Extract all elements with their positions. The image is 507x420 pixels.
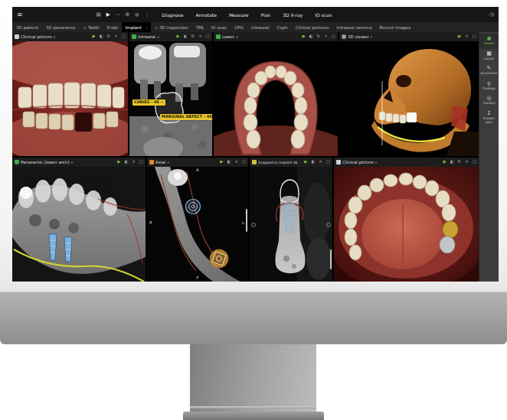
contrast-icon[interactable]: ◐ <box>184 34 188 39</box>
tooth-icon: ⊙ <box>83 25 87 30</box>
fullscreen-icon[interactable]: ▢ <box>473 160 476 164</box>
tab-overflow-icon[interactable]: ··· <box>146 25 147 30</box>
tab-clinical-pictures[interactable]: Clinical pictures <box>292 22 333 32</box>
chevron-down-icon[interactable]: ▾ <box>54 35 55 39</box>
monitor-stand-neck <box>190 344 316 412</box>
sidebar-item-layout[interactable]: ▦ Layout <box>479 49 499 64</box>
monitor-bezel: ≡ ▤ ▶ → ⚙ ● | Diagnose Annotate Measure … <box>0 0 507 291</box>
sidebar-item-annotation[interactable]: ✎ Annotation <box>479 63 499 79</box>
viewport-grid: Clinical picture ▾ ▶ ◐ ↻ × ▢ <box>12 32 479 282</box>
panel-header: Clinical picture ▾ ▶ ◐ ↻ × ▢ <box>12 32 128 41</box>
fullscreen-icon[interactable]: ▢ <box>242 160 246 164</box>
slice-scrollbar[interactable] <box>330 249 332 269</box>
finding-badge-caries[interactable]: CARIES - 46 ✓ <box>132 99 165 106</box>
clinical-picture-viewport[interactable] <box>12 41 128 156</box>
tab-tooth[interactable]: ⊙Tooth <box>80 22 103 32</box>
chevron-down-icon[interactable]: ▾ <box>167 161 168 164</box>
pointer-tool-icon[interactable]: ▶ <box>458 34 461 39</box>
fullscreen-icon[interactable]: ▢ <box>206 34 210 39</box>
close-icon[interactable]: × <box>114 34 118 39</box>
panel-clinical-picture-2: Clinical picture ▾ ▶ ◐ ↻ × ▢ <box>334 158 479 282</box>
menu-annotate[interactable]: Annotate <box>189 12 222 18</box>
fullscreen-icon[interactable]: ▢ <box>326 160 330 164</box>
pointer-tool-icon[interactable]: ▶ <box>303 34 306 39</box>
rotate-icon[interactable]: ↻ <box>107 34 111 39</box>
contrast-icon[interactable]: ◐ <box>124 160 128 164</box>
clock-icon[interactable]: ◷ <box>489 11 494 18</box>
fullscreen-icon[interactable]: ▢ <box>139 160 143 164</box>
contrast-icon[interactable]: ◐ <box>309 34 313 39</box>
tab-3d-panoramic[interactable]: 3D panoramic <box>42 22 80 32</box>
contrast-icon[interactable]: ◐ <box>450 160 454 164</box>
close-icon[interactable]: × <box>198 34 202 39</box>
inspection-icon: ⊙ <box>155 25 158 30</box>
cursor-tool-icon[interactable]: ▶ <box>106 12 110 18</box>
panel-title: Clinical picture <box>342 160 374 164</box>
panel-title: Panoramic (lower arch) <box>21 160 70 164</box>
contrast-icon[interactable]: ◐ <box>100 34 103 39</box>
sidebar-item-implant-plan[interactable]: ↧ Implant plan <box>479 109 499 127</box>
contrast-icon[interactable]: ◐ <box>311 160 315 164</box>
axial-slice-viewport[interactable]: A R L P <box>147 167 248 282</box>
rotate-icon[interactable]: ↻ <box>191 34 195 39</box>
panel-header: Intraoral ▾ ▶ ◐ ↻ × ▢ <box>129 32 212 41</box>
chevron-down-icon[interactable]: ▾ <box>371 35 372 39</box>
tab-recent-images[interactable]: Recent images <box>375 22 414 32</box>
chevron-down-icon[interactable]: ▾ <box>375 161 377 164</box>
sidebar-item-camera[interactable]: ◎ Camera <box>479 93 499 109</box>
pointer-tool-icon[interactable]: ▶ <box>93 34 96 39</box>
panel-header: 3D viewer ▾ ▶ × ▢ <box>339 32 479 41</box>
occlusal-photo-viewport[interactable] <box>334 167 479 282</box>
tab-opg[interactable]: OPG <box>231 22 247 32</box>
pointer-tool-icon[interactable]: ▶ <box>177 34 180 39</box>
3d-viewer-viewport[interactable] <box>339 41 479 156</box>
tab-tmj[interactable]: TMJ <box>192 22 208 32</box>
lower-arch-viewport[interactable] <box>214 41 338 156</box>
tab-3d-inspection[interactable]: ⊙3D inspection <box>151 22 192 32</box>
menu-3d-xray[interactable]: 3D X-ray <box>276 12 309 18</box>
pointer-tool-icon[interactable]: ▶ <box>220 160 223 164</box>
finding-badge-marginal-defect[interactable]: MARGINAL DEFECT - 46 ✓ <box>160 114 212 120</box>
fullscreen-icon[interactable]: ▢ <box>332 34 335 39</box>
chevron-down-icon[interactable]: ▾ <box>71 161 73 164</box>
menu-io-scan[interactable]: IO scan <box>309 12 338 18</box>
contrast-icon[interactable]: ◐ <box>227 160 231 164</box>
fullscreen-icon[interactable]: ▢ <box>122 34 126 39</box>
hamburger-menu-icon[interactable]: ≡ <box>17 11 23 18</box>
menu-measure[interactable]: Measure <box>223 12 255 18</box>
close-icon[interactable]: × <box>319 160 322 164</box>
intraoral-xray-viewport[interactable]: CARIES - 46 ✓ MARGINAL DEFECT - 46 ✓ <box>129 41 212 156</box>
panoramic-viewport[interactable] <box>12 167 146 282</box>
slice-scrollbar[interactable] <box>246 209 247 232</box>
close-icon[interactable]: × <box>465 160 469 164</box>
tab-intraoral-camera[interactable]: Intraoral camera <box>332 22 375 32</box>
save-icon[interactable]: ▤ <box>96 12 101 18</box>
cross-section-viewport[interactable] <box>250 167 332 282</box>
close-icon[interactable]: × <box>234 160 238 164</box>
pointer-tool-icon[interactable]: ▶ <box>304 160 307 164</box>
menu-plan[interactable]: Plan <box>254 12 276 18</box>
pointer-tool-icon[interactable]: ▶ <box>117 160 120 164</box>
tab-io-scan[interactable]: IO scan <box>208 22 231 32</box>
chevron-down-icon[interactable]: ▾ <box>157 35 159 39</box>
close-icon[interactable]: × <box>132 160 136 164</box>
rotate-icon[interactable]: ↻ <box>458 160 462 164</box>
forward-arrow-icon[interactable]: → <box>116 12 119 18</box>
menu-diagnose[interactable]: Diagnose <box>155 12 189 18</box>
gear-icon[interactable]: ⚙ <box>125 12 129 18</box>
tab-3d-patient[interactable]: 3D patient <box>12 22 42 32</box>
close-icon[interactable]: × <box>465 34 469 39</box>
panel-panoramic: Panoramic (lower arch) ▾ ▶ ◐ × ▢ <box>12 158 146 282</box>
sidebar-item-findings[interactable]: ϙ Findings <box>479 79 499 94</box>
sidebar-item-viewer[interactable]: ◉ Viewer <box>479 34 499 49</box>
fullscreen-icon[interactable]: ▢ <box>473 34 476 39</box>
tab-implant[interactable]: Implant··· <box>122 22 151 32</box>
orientation-label-right: R <box>149 221 152 226</box>
rotate-icon[interactable]: ↻ <box>317 34 321 39</box>
pointer-tool-icon[interactable]: ▶ <box>443 160 446 164</box>
tab-intraoral[interactable]: Intraoral <box>247 22 273 32</box>
chevron-down-icon[interactable]: ▾ <box>236 35 237 39</box>
tab-ceph[interactable]: Ceph <box>273 22 291 32</box>
tab-endo[interactable]: Endo <box>103 22 122 32</box>
close-icon[interactable]: × <box>324 34 328 39</box>
